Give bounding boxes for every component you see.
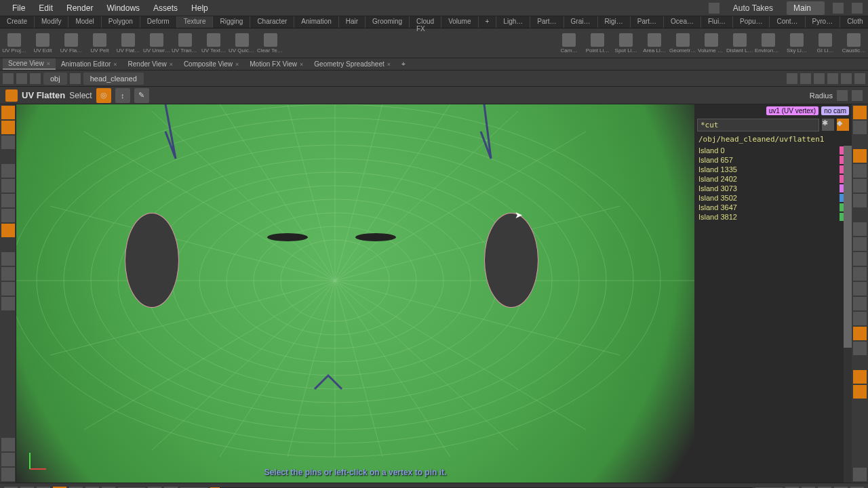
tool-button[interactable]: UV Quick S…: [228, 28, 256, 58]
shelf-tab[interactable]: Popu…: [733, 16, 770, 28]
display-icon[interactable]: [853, 385, 867, 399]
group-search-input[interactable]: [697, 119, 819, 131]
tool-button[interactable]: Geometry L…: [669, 28, 697, 58]
menu-assets[interactable]: Assets: [146, 1, 184, 16]
list-item[interactable]: Island 0: [694, 146, 852, 155]
display-icon[interactable]: [853, 312, 867, 325]
checkbox-icon[interactable]: [709, 3, 719, 14]
display-icon[interactable]: [853, 252, 867, 266]
pane-tab[interactable]: Composite View×: [178, 59, 244, 69]
tool-button[interactable]: UV Edit: [28, 28, 57, 58]
menu-windows[interactable]: Windows: [100, 1, 146, 16]
tool-icon[interactable]: [1, 179, 15, 192]
shelf-tab[interactable]: Hair: [339, 16, 366, 28]
tool-button[interactable]: Volume Li…: [697, 28, 726, 58]
island-list[interactable]: Island 0 Island 657 Island 1335 Island 2…: [694, 146, 852, 483]
shelf-tab[interactable]: Animation: [294, 16, 338, 28]
tool-button[interactable]: Distant Li…: [726, 28, 754, 58]
display-icon[interactable]: [853, 237, 867, 251]
pane-tab[interactable]: Geometry Spreadsheet×: [309, 59, 396, 69]
tool-button[interactable]: UV Unwr…: [142, 28, 171, 58]
shelf-tab[interactable]: Rigging: [213, 16, 250, 28]
display-icon[interactable]: [853, 267, 867, 281]
display-icon[interactable]: [853, 149, 867, 163]
shelf-tab[interactable]: Part…: [530, 16, 564, 28]
display-icon[interactable]: [853, 194, 867, 207]
scrollbar-thumb[interactable]: [844, 146, 852, 348]
add-pane-tab[interactable]: +: [396, 59, 411, 69]
display-icon[interactable]: [853, 106, 867, 119]
tool-button[interactable]: Cam…: [555, 28, 583, 58]
uv-viewport[interactable]: ➤ Select the pins or left-click on a ver…: [16, 104, 694, 483]
display-icon[interactable]: [853, 327, 867, 340]
tool-button[interactable]: UV Fla…: [57, 28, 85, 58]
auto-takes-label[interactable]: Auto Takes: [728, 2, 778, 14]
tool-button[interactable]: Spot Li…: [612, 28, 640, 58]
pane-tab-scene-view[interactable]: Scene View×: [3, 58, 56, 70]
shelf-tab[interactable]: Grooming: [366, 16, 410, 28]
help-icon[interactable]: [852, 90, 863, 101]
search-button[interactable]: ✱: [822, 119, 834, 131]
desktop-selector[interactable]: Main: [787, 1, 825, 15]
shelf-tab[interactable]: Modify: [35, 16, 68, 28]
toolbar-icon[interactable]: [854, 73, 865, 84]
tool-button[interactable]: UV Pelt: [85, 28, 114, 58]
display-icon[interactable]: [853, 121, 867, 134]
toolbar-icon[interactable]: [841, 73, 852, 84]
gear-icon[interactable]: [853, 468, 867, 481]
shelf-tab[interactable]: Flui…: [701, 16, 733, 28]
close-icon[interactable]: ×: [170, 61, 173, 68]
settings-icon[interactable]: [837, 90, 848, 101]
select-icon[interactable]: [1, 164, 15, 178]
shelf-tab-active[interactable]: Texture: [177, 16, 214, 28]
toolbar-icon[interactable]: [827, 73, 838, 84]
toolbar-icon[interactable]: [800, 73, 811, 84]
shelf-tab[interactable]: Rigi…: [598, 16, 631, 28]
close-icon[interactable]: ×: [113, 61, 117, 68]
path-segment[interactable]: obj: [43, 73, 67, 85]
display-icon[interactable]: [853, 222, 867, 236]
display-icon[interactable]: [853, 342, 867, 355]
tool-button[interactable]: GI Li…: [811, 28, 840, 58]
add-tab[interactable]: +: [479, 16, 497, 28]
display-icon[interactable]: [853, 179, 867, 192]
tool-button[interactable]: Area Li…: [640, 28, 669, 58]
shelf-tab[interactable]: Ligh…: [496, 16, 530, 28]
shelf-tab[interactable]: Volume: [441, 16, 478, 28]
house-icon[interactable]: [30, 73, 41, 84]
tool-icon[interactable]: [1, 121, 15, 134]
tool-icon[interactable]: [1, 194, 15, 207]
tool-icon[interactable]: [1, 267, 15, 281]
shelf-tab[interactable]: Cloud FX: [410, 16, 441, 28]
menu-file[interactable]: File: [5, 1, 32, 16]
forward-icon[interactable]: [16, 73, 27, 84]
tool-icon[interactable]: [1, 209, 15, 222]
shelf-tab[interactable]: Cloth: [840, 16, 868, 28]
close-icon[interactable]: ×: [235, 61, 239, 68]
shelf-tab[interactable]: Ocea…: [664, 16, 701, 28]
gear-icon[interactable]: [1, 468, 15, 481]
display-icon[interactable]: [853, 164, 867, 178]
path-segment[interactable]: head_cleaned: [83, 73, 144, 85]
shelf-tab[interactable]: Grai…: [564, 16, 598, 28]
back-icon[interactable]: [3, 73, 14, 84]
tool-icon[interactable]: [1, 282, 15, 296]
toolbar-icon[interactable]: [787, 73, 797, 84]
list-item[interactable]: Island 3502: [694, 193, 852, 203]
close-icon[interactable]: ×: [47, 60, 50, 67]
tool-button[interactable]: UV Flat…: [114, 28, 142, 58]
tool-button[interactable]: Sky Li…: [783, 28, 811, 58]
operation-mode[interactable]: Select: [69, 91, 92, 100]
menu-render[interactable]: Render: [60, 1, 100, 16]
list-item[interactable]: Island 2402: [694, 174, 852, 184]
shelf-tab[interactable]: Model: [68, 16, 101, 28]
camera-badge[interactable]: no cam: [821, 106, 849, 115]
snap-icon[interactable]: [1, 297, 15, 310]
shelf-tab[interactable]: Character: [250, 16, 294, 28]
pane-tab[interactable]: Animation Editor×: [56, 59, 123, 69]
shelf-tab[interactable]: Cont…: [770, 16, 805, 28]
shelf-tab[interactable]: Deform: [140, 16, 177, 28]
shelf-tab[interactable]: Pyro…: [806, 16, 841, 28]
tool-button[interactable]: Point Li…: [583, 28, 612, 58]
list-item[interactable]: Island 3812: [694, 212, 852, 222]
